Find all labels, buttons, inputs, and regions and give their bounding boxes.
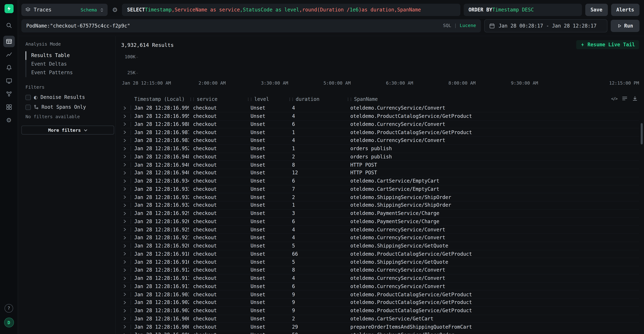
expand-chevron-icon[interactable] — [122, 259, 127, 265]
table-row[interactable]: Jan 28 12:28:16.902 PM checkout Unset 9 … — [121, 307, 639, 315]
checkbox[interactable] — [26, 95, 31, 100]
app-logo[interactable] — [4, 4, 13, 13]
resume-live-tail-button[interactable]: Resume Live Tail — [576, 40, 639, 49]
column-header-level[interactable]: ⋮⋮level — [246, 96, 288, 102]
checkbox[interactable] — [26, 104, 31, 110]
expand-chevron-icon[interactable] — [122, 276, 127, 281]
expand-chevron-icon[interactable] — [122, 113, 127, 119]
expand-chevron-icon[interactable] — [122, 308, 127, 313]
expand-chevron-icon[interactable] — [122, 130, 127, 135]
expand-chevron-icon[interactable] — [122, 154, 127, 159]
source-select[interactable]: Traces Schema — [21, 4, 108, 16]
nav-results-explorer[interactable] — [3, 36, 14, 47]
expand-chevron-icon[interactable] — [122, 284, 127, 289]
table-row[interactable]: Jan 28 12:28:16.920 PM checkout Unset 5 … — [121, 242, 639, 250]
expand-chevron-icon[interactable] — [122, 146, 127, 151]
table-row[interactable]: Jan 28 12:28:16.988 PM checkout Unset 6 … — [121, 120, 639, 128]
expand-chevron-icon[interactable] — [122, 235, 127, 241]
drag-handle-icon[interactable]: ⋮⋮ — [189, 97, 195, 101]
analysis-mode-event-deltas[interactable]: Event Deltas — [26, 60, 111, 68]
nav-dashboards[interactable] — [3, 101, 14, 113]
expand-chevron-icon[interactable] — [122, 316, 127, 322]
expand-chevron-icon[interactable] — [122, 300, 127, 305]
table-row[interactable]: Jan 28 12:28:16.933 PM checkout Unset 7 … — [121, 185, 639, 193]
table-row[interactable]: Jan 28 12:28:16.912 PM checkout Unset 8 … — [121, 266, 639, 274]
column-header-service[interactable]: ⋮⋮service — [189, 96, 246, 102]
table-row[interactable]: Jan 28 12:28:16.987 PM checkout Unset 1 … — [121, 129, 639, 137]
alerts-button[interactable]: Alerts — [611, 4, 640, 16]
column-header-duration[interactable]: ⋮⋮duration — [288, 96, 346, 102]
table-row[interactable]: Jan 28 12:28:16.902 PM checkout Unset 9 … — [121, 299, 639, 307]
query-settings-button[interactable]: ⚙ — [111, 7, 119, 13]
table-row[interactable]: Jan 28 12:28:16.932 PM checkout Unset 2 … — [121, 193, 639, 201]
vertical-scrollbar[interactable] — [641, 123, 643, 144]
table-row[interactable]: Jan 28 12:28:16.926 PM checkout Unset 6 … — [121, 218, 639, 226]
analysis-mode-event-patterns[interactable]: Event Patterns — [26, 68, 111, 77]
language-sql-option[interactable]: SQL — [443, 23, 451, 28]
table-row[interactable]: Jan 28 12:28:16.916 PM checkout Unset 5 … — [121, 258, 639, 266]
expand-chevron-icon[interactable] — [122, 292, 127, 297]
expand-chevron-icon[interactable] — [122, 178, 127, 184]
table-row[interactable]: Jan 28 12:28:16.911 PM checkout Unset 6 … — [121, 283, 639, 291]
nav-services[interactable] — [3, 88, 14, 100]
drag-handle-icon[interactable]: ⋮⋮ — [288, 97, 294, 101]
table-row[interactable]: Jan 28 12:28:16.918 PM checkout Unset 66… — [121, 250, 639, 258]
filter-option-root-spans-only[interactable]: Root Spans Only — [26, 104, 111, 110]
expand-chevron-icon[interactable] — [122, 211, 127, 216]
table-row[interactable]: Jan 28 12:28:16.921 PM checkout Unset 4 … — [121, 234, 639, 242]
download-icon[interactable] — [632, 96, 638, 101]
expand-chevron-icon[interactable] — [122, 332, 127, 334]
nav-alerts[interactable] — [3, 62, 14, 73]
expand-chevron-icon[interactable] — [122, 122, 127, 127]
expand-chevron-icon[interactable] — [122, 243, 127, 249]
expand-chevron-icon[interactable] — [122, 219, 127, 224]
expand-chevron-icon[interactable] — [122, 170, 127, 176]
table-row[interactable]: Jan 28 12:28:16.925 PM checkout Unset 4 … — [121, 226, 639, 234]
sql-select-editor[interactable]: SELECT Timestamp, ServiceName as service… — [122, 4, 460, 16]
nav-chart-explorer[interactable] — [3, 49, 14, 60]
expand-chevron-icon[interactable] — [122, 195, 127, 200]
expand-chevron-icon[interactable] — [122, 227, 127, 232]
table-row[interactable]: Jan 28 12:28:16.995 PM checkout Unset 4 … — [121, 112, 639, 120]
analysis-mode-results-table[interactable]: Results Table — [26, 51, 111, 60]
drag-handle-icon[interactable]: ⋮⋮ — [346, 97, 352, 101]
column-header-timestamp-local-[interactable]: Timestamp (Local) — [131, 96, 189, 102]
wrap-lines-icon[interactable] — [622, 96, 628, 101]
table-row[interactable]: Jan 28 12:28:16.948 PM checkout Unset 2 … — [121, 153, 639, 161]
table-row[interactable]: Jan 28 12:28:16.940 PM checkout Unset 12… — [121, 169, 639, 177]
save-button[interactable]: Save — [585, 4, 608, 16]
date-range-picker[interactable]: Jan 28 00:28:17 - Jan 28 12:28:17 — [484, 19, 607, 32]
expand-chevron-icon[interactable] — [122, 324, 127, 330]
table-row[interactable]: Jan 28 12:28:16.983 PM checkout Unset 4 … — [121, 137, 639, 145]
expand-chevron-icon[interactable] — [122, 105, 127, 111]
filter-option-denoise-results[interactable]: ◐Denoise Results — [26, 94, 111, 100]
table-row[interactable]: Jan 28 12:28:16.903 PM checkout Unset 9 … — [121, 291, 639, 299]
nav-settings[interactable]: ⚙ — [3, 114, 14, 126]
help-button[interactable]: ? — [4, 304, 13, 313]
user-avatar[interactable]: D — [4, 318, 14, 328]
schema-label[interactable]: Schema — [80, 7, 97, 12]
table-row[interactable]: Jan 28 12:28:16.999 PM checkout Unset 4 … — [121, 104, 639, 112]
run-button[interactable]: Run — [611, 19, 640, 32]
table-row[interactable]: Jan 28 12:28:16.952 PM checkout Unset 1 … — [121, 145, 639, 153]
language-lucene-option[interactable]: Lucene — [460, 23, 476, 28]
nav-sessions[interactable] — [3, 75, 14, 86]
code-view-icon[interactable]: </> — [611, 96, 617, 101]
more-filters-button[interactable]: More filters — [21, 125, 114, 134]
table-row[interactable]: Jan 28 12:28:16.900 PM checkout Unset 2 … — [121, 315, 639, 323]
search-input[interactable]: PodName:"checkout-675775c4cc-f2p9c" SQL … — [21, 19, 481, 32]
table-row[interactable]: Jan 28 12:28:16.911 PM checkout Unset 4 … — [121, 275, 639, 283]
expand-chevron-icon[interactable] — [122, 162, 127, 168]
column-header-spanname[interactable]: ⋮⋮SpanName — [346, 96, 639, 102]
table-row[interactable]: Jan 28 12:28:16.929 PM checkout Unset 3 … — [121, 210, 639, 218]
table-row[interactable]: Jan 28 12:28:16.900 PM checkout Unset 29… — [121, 323, 639, 331]
order-by-editor[interactable]: ORDER BY Timestamp DESC — [464, 4, 582, 16]
nav-search[interactable] — [3, 20, 14, 31]
expand-chevron-icon[interactable] — [122, 138, 127, 143]
expand-chevron-icon[interactable] — [122, 203, 127, 208]
expand-chevron-icon[interactable] — [122, 268, 127, 273]
table-row[interactable]: Jan 28 12:28:16.900 PM checkout Unset 50… — [121, 331, 639, 334]
table-row[interactable]: Jan 28 12:28:16.932 PM checkout Unset 1 … — [121, 202, 639, 210]
expand-chevron-icon[interactable] — [122, 187, 127, 192]
table-row[interactable]: Jan 28 12:28:16.934 PM checkout Unset 6 … — [121, 177, 639, 185]
